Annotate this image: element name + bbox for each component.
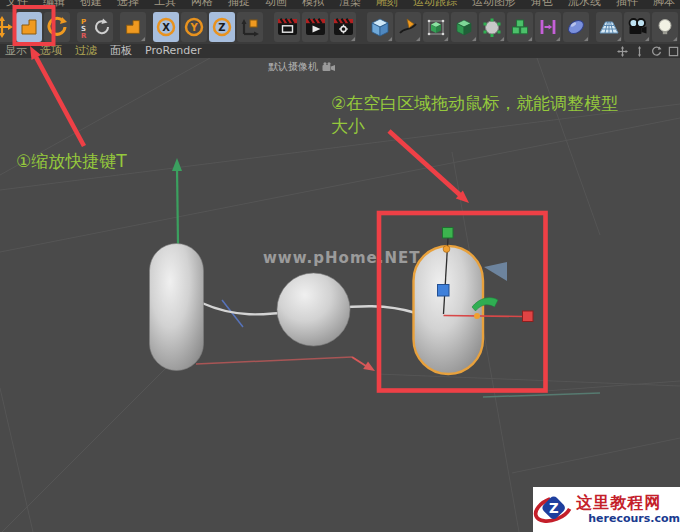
camera-icon	[626, 16, 648, 38]
annotation-step2-line2: 大小	[331, 115, 676, 138]
menu-item[interactable]: 脚本	[653, 0, 675, 5]
menu-item[interactable]: 动画	[265, 0, 287, 5]
site-logo-title: 这里教程网	[576, 494, 680, 512]
x-axis-icon: X	[155, 16, 177, 38]
viewport-nav	[616, 44, 679, 58]
render-view-button[interactable]	[274, 12, 300, 42]
annotation-step2: ②在空白区域拖动鼠标，就能调整模型 大小	[331, 92, 676, 138]
menu-item[interactable]: 运动图形	[472, 0, 516, 5]
menu-item[interactable]: 工具	[154, 0, 176, 5]
menu-item[interactable]: 编辑	[43, 0, 65, 5]
menu-item[interactable]: 创建	[80, 0, 102, 5]
pan-view-icon[interactable]	[616, 45, 628, 57]
site-logo-text: 这里教程网 herecours.com	[576, 494, 680, 525]
param-handle-x[interactable]	[474, 313, 480, 319]
scale-icon	[123, 17, 143, 37]
camera-small-icon	[322, 62, 336, 72]
viewport-3d[interactable]: 默认摄像机 www.pHome.NET ①缩放快捷键T ②在空白区域拖动鼠标，就…	[0, 58, 680, 532]
add-spline-button[interactable]	[395, 12, 421, 42]
psr-reset-button[interactable]: P S R	[77, 12, 113, 42]
coordinates-icon	[239, 16, 261, 38]
menu-item[interactable]: 运动跟踪	[413, 0, 457, 5]
annotation-step1: ①缩放快捷键T	[16, 150, 127, 173]
rotate-tool-button[interactable]	[44, 12, 70, 42]
add-floor-button[interactable]	[596, 12, 622, 42]
capsule-selected[interactable]	[414, 246, 484, 374]
lock-y-axis-button[interactable]: Y	[181, 12, 207, 42]
z-axis-icon: Z	[211, 16, 233, 38]
annotation-step2-line1: ②在空白区域拖动鼠标，就能调整模型	[331, 92, 676, 115]
light-bulb-icon	[654, 16, 676, 38]
menu-item[interactable]: 捕捉	[228, 0, 250, 5]
viewport-menu-prorender[interactable]: ProRender	[145, 44, 202, 58]
param-handle-top[interactable]	[443, 246, 450, 253]
viewport-menu-display[interactable]: 显示	[5, 44, 27, 58]
camera-label-text: 默认摄像机	[268, 60, 318, 74]
move-icon	[0, 16, 13, 38]
menu-item[interactable]: 角色	[531, 0, 553, 5]
sphere[interactable]	[277, 273, 350, 346]
scale-tool-button[interactable]	[16, 12, 42, 42]
menu-item[interactable]: 模拟	[302, 0, 324, 5]
rotate-icon	[46, 16, 68, 38]
watermark: www.pHome.NET	[263, 249, 420, 267]
recent-tool-button[interactable]	[120, 12, 146, 42]
render-settings-button[interactable]	[330, 12, 356, 42]
add-generator-button[interactable]	[451, 12, 477, 42]
y-axis-arrow[interactable]	[172, 158, 182, 244]
rotate-view-icon[interactable]	[650, 45, 662, 57]
camera-label[interactable]: 默认摄像机	[268, 60, 336, 74]
c4d-window: 文件编辑创建选择工具网格捕捉动画模拟渲染雕刻运动跟踪运动图形角色流水线插件脚本窗…	[0, 0, 680, 532]
zoom-view-icon[interactable]	[633, 45, 645, 57]
site-logo-url: herecours.com	[588, 513, 680, 525]
add-mograph-spacing-button[interactable]	[535, 12, 561, 42]
toggle-view-icon[interactable]	[667, 45, 679, 57]
site-logo[interactable]: Z 这里教程网 herecours.com	[533, 487, 680, 532]
viewport-menu-options[interactable]: 选项	[40, 44, 62, 58]
render-clapper-icon	[276, 16, 299, 38]
generator-cube-icon	[453, 16, 475, 38]
deformer-sphere-icon	[481, 16, 503, 38]
viewport-menu-panel[interactable]: 面板	[110, 44, 132, 58]
add-volume-button[interactable]	[507, 12, 533, 42]
x-scale-handle[interactable]	[523, 311, 534, 322]
add-deformer-button[interactable]	[479, 12, 505, 42]
svg-text:X: X	[162, 22, 170, 33]
coordinate-system-button[interactable]	[237, 12, 263, 42]
pen-icon	[397, 16, 419, 38]
scale-icon	[18, 16, 40, 38]
plane-handle[interactable]	[484, 262, 507, 281]
cube-icon	[369, 16, 391, 38]
stacked-cubes-icon	[509, 16, 531, 38]
menu-item[interactable]: 雕刻	[376, 0, 398, 5]
render-play-icon	[304, 16, 327, 38]
menu-item[interactable]: 插件	[616, 0, 638, 5]
lock-z-axis-button[interactable]: Z	[209, 12, 235, 42]
add-camera-button[interactable]	[624, 12, 650, 42]
menu-item[interactable]: 渲染	[339, 0, 361, 5]
move-tool-button[interactable]	[0, 12, 14, 42]
psr-icon: P S R	[78, 16, 112, 38]
lock-x-axis-button[interactable]: X	[153, 12, 179, 42]
menu-item[interactable]: 流水线	[568, 0, 601, 5]
main-toolbar: P S R X Y	[0, 9, 680, 45]
add-dynamics-button[interactable]	[563, 12, 589, 42]
viewport-menu: 显示 选项 过滤 面板 ProRender	[0, 44, 680, 58]
add-cube-button[interactable]	[367, 12, 393, 42]
center-handle[interactable]	[438, 285, 450, 297]
x-axis-handle[interactable]	[444, 316, 524, 317]
add-light-button[interactable]	[652, 12, 678, 42]
menu-item[interactable]: 选择	[117, 0, 139, 5]
add-subdivision-surface-button[interactable]	[423, 12, 449, 42]
subdivision-cube-icon	[425, 16, 447, 38]
svg-text:Y: Y	[189, 22, 198, 33]
capsule-left[interactable]	[150, 244, 204, 371]
site-logo-mark: Z	[533, 489, 575, 531]
menu-item[interactable]: 文件	[6, 0, 28, 5]
svg-text:R: R	[81, 32, 87, 38]
viewport-menu-filter[interactable]: 过滤	[75, 44, 97, 58]
menu-bar: 文件编辑创建选择工具网格捕捉动画模拟渲染雕刻运动跟踪运动图形角色流水线插件脚本窗…	[0, 0, 680, 9]
y-scale-handle[interactable]	[443, 228, 454, 239]
menu-item[interactable]: 网格	[191, 0, 213, 5]
render-picture-viewer-button[interactable]	[302, 12, 328, 42]
